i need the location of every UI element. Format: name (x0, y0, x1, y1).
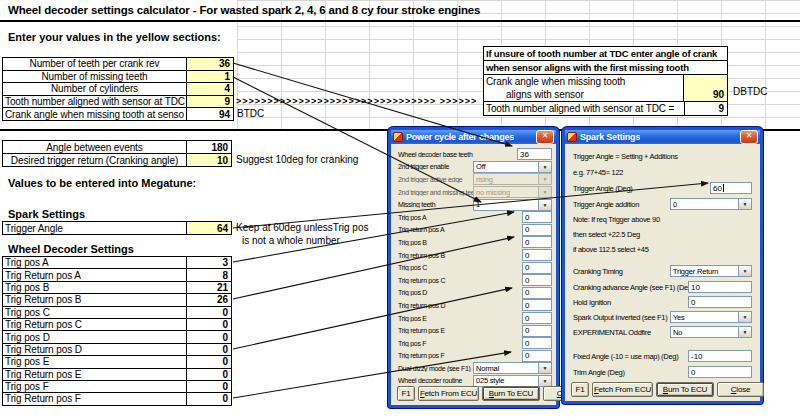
chevron-down-icon: ▼ (738, 266, 751, 276)
table-row: Trig Return pos A8 (3, 269, 232, 281)
field-label: Trig return pos B (398, 252, 522, 259)
field-label: Trig pos D (398, 289, 522, 296)
field-label: Cranking Timing (573, 267, 670, 276)
chevron-down-icon: ▼ (538, 162, 551, 172)
fetch-from-ecu-button[interactable]: Fetch From ECU (592, 382, 653, 397)
field-label: Wheel decoder routine (398, 377, 473, 384)
trig-pos-e-input[interactable]: 0 (522, 312, 552, 324)
cranking-timing-select[interactable]: Trigger Return▼ (670, 265, 752, 277)
field-label: Trigger Angle addition (573, 200, 670, 209)
trig-pos-c-input[interactable]: 0 (522, 262, 552, 274)
cell-label: Trig Return pos D (3, 344, 187, 356)
field-label: Trig return pos E (398, 327, 522, 334)
cell-tooth-at-tdc-value[interactable]: 9 (187, 96, 234, 109)
cell-trig-return-c: 0 (187, 319, 232, 331)
cell-label: Trig pos A (3, 257, 187, 269)
field-label: Trig return pos F (398, 352, 522, 359)
cell-trig-return-e: 0 (187, 369, 232, 381)
dialog-title: Power cycle after changes (406, 132, 514, 142)
spark-settings-titlebar[interactable]: Spark Settings ✕ (565, 130, 760, 144)
crank-angle-label-line2: aligns with sensor (484, 88, 683, 101)
field-label: Trig pos F (398, 340, 522, 347)
table-row: Trig pos A3 (3, 257, 232, 269)
chevron-down-icon: ▼ (538, 174, 551, 184)
dual-dizzy-mode-select[interactable]: Normal▼ (473, 362, 552, 374)
trig-return-pos-a-input[interactable]: 0 (522, 224, 552, 236)
megatune-header: Values to be entered into Megatune: (8, 177, 196, 189)
cell-label: Crank angle when missing tooth at senso (3, 108, 187, 121)
app-icon (393, 132, 403, 142)
cell-teeth-per-rev-value[interactable]: 36 (187, 58, 234, 71)
sheet-title: Wheel decoder settings calculator - For … (8, 4, 480, 16)
trig-pos-a-input[interactable]: 0 (522, 211, 552, 223)
trig-return-pos-b-input[interactable]: 0 (522, 249, 552, 261)
button-bar: F1 Fetch From ECU Burn To ECU Close (397, 386, 551, 401)
table-row: Trig Return pos F0 (3, 393, 232, 405)
trim-angle-input[interactable]: 0 (688, 366, 752, 378)
field-label: Trig pos C (398, 264, 522, 271)
table-row: Number of cylinders4 (3, 83, 234, 96)
app-icon (567, 132, 577, 142)
field-label: Trig pos A (398, 214, 522, 221)
close-icon[interactable]: ✕ (536, 130, 554, 144)
cell-trig-pos-e: 0 (187, 356, 232, 368)
field-label: Trim Angle (Deg) (573, 368, 688, 377)
trig-return-pos-f-input[interactable]: 0 (522, 350, 552, 362)
hold-ignition-input[interactable]: 0 (688, 296, 752, 308)
cranking-advance-input[interactable]: 10 (688, 281, 752, 293)
field-label: Spark Output Inverted (see F1) (573, 313, 670, 322)
experimental-oddfire-select[interactable]: No▼ (670, 326, 752, 338)
trigger-angle-table: Trigger Angle64 (2, 221, 232, 235)
cell-trig-pos-f: 0 (187, 381, 232, 393)
spark-output-inverted-select[interactable]: Yes▼ (670, 311, 752, 323)
fetch-from-ecu-button[interactable]: Fetch From ECU (418, 386, 479, 401)
table-row: Trig Return pos D0 (3, 344, 232, 356)
trig-return-pos-e-input[interactable]: 0 (522, 325, 552, 337)
f1-help-button[interactable]: F1 (397, 386, 415, 401)
trig-return-pos-c-input[interactable]: 0 (522, 274, 552, 286)
burn-to-ecu-button[interactable]: Burn To ECU (656, 382, 714, 397)
cell-label: Trig pos E (3, 356, 187, 368)
dbtdc-unit-label: DBTDC (733, 86, 767, 97)
table-row: Angle between events180 (3, 141, 232, 154)
power-cycle-titlebar[interactable]: Power cycle after changes ✕ (391, 130, 556, 144)
trig-pos-f-input[interactable]: 0 (522, 337, 552, 349)
burn-to-ecu-button[interactable]: Burn To ECU (482, 386, 540, 401)
cell-label: Trig pos F (3, 381, 187, 393)
cell-trig-return-a: 8 (187, 269, 232, 281)
field-label: Trigger Angle (Deg) (573, 184, 710, 193)
cell-crank-angle-input[interactable]: 90 (683, 75, 727, 101)
2nd-trigger-enable-select[interactable]: Off▼ (473, 161, 552, 173)
cell-missing-teeth-value[interactable]: 1 (187, 71, 234, 84)
cell-label: Desired trigger return (Cranking angle) (3, 154, 187, 167)
cell-trigger-angle-input[interactable]: 64 (187, 222, 232, 235)
trig-return-pos-d-input[interactable]: 0 (522, 299, 552, 311)
table-row: Number of teeth per crank rev36 (3, 58, 234, 71)
cell-label: Trigger Angle (3, 222, 187, 235)
cell-trig-return-d: 0 (187, 344, 232, 356)
keep-note-line2: is not a whole number (242, 235, 340, 246)
dialog-title: Spark Settings (580, 132, 640, 142)
f1-help-button[interactable]: F1 (571, 382, 589, 397)
cell-label: Number of missing teeth (3, 71, 187, 84)
note-line2: then select +22.5 Deg (573, 228, 752, 240)
missing-teeth-select[interactable]: 1▼ (473, 199, 552, 211)
base-teeth-input[interactable]: 36 (517, 148, 552, 160)
field-label: Trig return pos D (398, 302, 522, 309)
example-text: e.g. 77+45= 122 (573, 166, 752, 178)
trig-pos-b-input[interactable]: 0 (522, 236, 552, 248)
field-label: 2nd trigger enable (398, 163, 473, 170)
trigger-angle-input[interactable]: 60 (710, 182, 752, 194)
trig-pos-d-input[interactable]: 0 (522, 287, 552, 299)
field-label: EXPERIMENTAL Oddfire (573, 328, 670, 337)
decoder-table: Trig pos A3 Trig Return pos A8 Trig pos … (2, 256, 232, 406)
fixed-angle-input[interactable]: -10 (688, 350, 752, 362)
trigger-angle-addition-select[interactable]: 0▼ (670, 198, 752, 210)
cell-trigger-return-input[interactable]: 10 (187, 154, 232, 167)
close-icon[interactable]: ✕ (740, 130, 758, 144)
btdc-unit-label: BTDC (237, 108, 264, 119)
cell-trig-pos-b: 21 (187, 282, 232, 294)
cell-cylinders-value[interactable]: 4 (187, 83, 234, 96)
close-button[interactable]: Close (717, 382, 764, 397)
chevron-down-icon: ▼ (538, 376, 551, 386)
